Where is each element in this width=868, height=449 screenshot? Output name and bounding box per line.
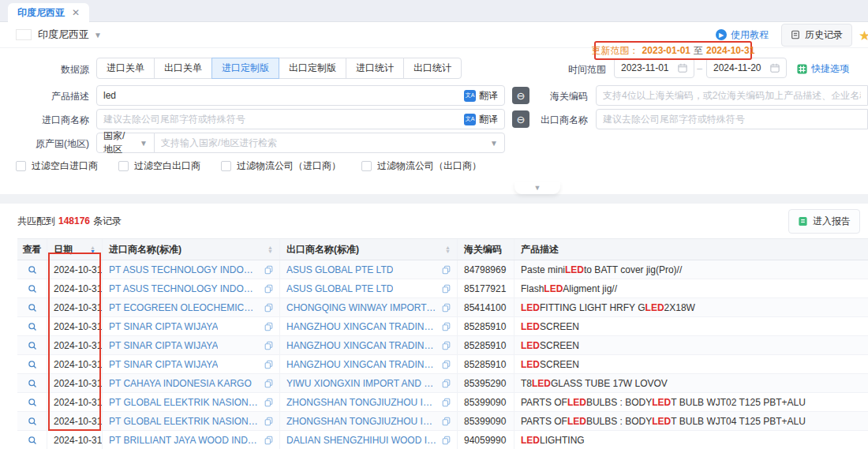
importer-link[interactable]: PT ASUS TECHNOLOGY INDONESIA BA...	[109, 264, 260, 275]
importer-link[interactable]: PT CAHAYA INDONESIA KARGO	[109, 378, 252, 389]
product-desc-value[interactable]	[103, 90, 464, 101]
importer-link[interactable]: PT GLOBAL ELEKTRIK NASIONAL	[109, 397, 260, 408]
copy-icon[interactable]	[437, 360, 451, 369]
hs-code-cell: 84798969	[458, 260, 514, 279]
product-desc-input[interactable]: 文A 翻译	[96, 85, 505, 106]
exporter-input[interactable]	[596, 109, 868, 129]
data-source-tab[interactable]: 出口统计	[403, 58, 462, 79]
copy-icon[interactable]	[260, 417, 273, 426]
data-source-tab[interactable]: 进口定制版	[211, 58, 279, 79]
copy-icon[interactable]	[437, 436, 451, 445]
date-start-value[interactable]	[621, 62, 678, 73]
copy-icon[interactable]	[260, 265, 273, 275]
filter-checkbox[interactable]: 过滤物流公司（出口商）	[361, 159, 481, 173]
checkbox-label: 过滤物流公司（出口商）	[377, 159, 481, 173]
importer-link[interactable]: PT ASUS TECHNOLOGY INDONESIA BA...	[109, 283, 260, 294]
copy-icon[interactable]	[260, 360, 273, 369]
exporter-link[interactable]: ASUS GLOBAL PTE LTD	[286, 264, 393, 275]
magnifier-icon[interactable]	[28, 265, 37, 275]
exporter-link[interactable]: ZHONGSHAN TONGJIUZHOU INTERNA...	[286, 416, 437, 427]
copy-icon[interactable]	[437, 265, 451, 275]
data-source-tab[interactable]: 进口统计	[346, 58, 404, 79]
checkbox-icon[interactable]	[16, 161, 26, 171]
date-end-input[interactable]	[706, 58, 787, 78]
copy-icon[interactable]	[260, 436, 273, 445]
importer-value[interactable]	[103, 114, 464, 125]
magnifier-icon[interactable]	[28, 303, 37, 312]
column-header[interactable]: 出口商名称(标准)▲▼	[280, 239, 458, 260]
filter-checkbox[interactable]: 过滤物流公司（进口商）	[221, 159, 341, 173]
magnifier-icon[interactable]	[28, 341, 37, 350]
copy-icon[interactable]	[437, 379, 451, 388]
importer-link[interactable]: PT SINAR CIPTA WIJAYA	[109, 340, 218, 351]
star-icon[interactable]: ★	[859, 28, 868, 44]
data-source-tab[interactable]: 出口关单	[154, 58, 212, 79]
filter-checkbox[interactable]: 过滤空白进口商	[16, 159, 98, 173]
exporter-link[interactable]: CHONGQING WINWAY IMPORT AND E...	[286, 302, 437, 313]
filter-checkbox[interactable]: 过滤空白出口商	[118, 159, 200, 173]
data-source-tab[interactable]: 出口定制版	[279, 58, 346, 79]
chevron-down-icon[interactable]: ▼	[94, 31, 102, 39]
copy-icon[interactable]	[260, 379, 273, 388]
origin-search-input[interactable]: ▼	[154, 133, 505, 153]
importer-input[interactable]: 文A 翻译	[96, 109, 505, 129]
exporter-link[interactable]: DALIAN SHENGZHIHUI WOOD INDUST...	[286, 435, 437, 446]
copy-icon[interactable]	[260, 284, 273, 294]
importer-link[interactable]: PT SINAR CIPTA WIJAYA	[109, 321, 218, 332]
hs-code-value[interactable]	[603, 90, 861, 101]
exclude-circle-icon[interactable]: ⊖	[512, 87, 529, 104]
sort-icon[interactable]: ▲▼	[85, 245, 95, 253]
tab-indonesia[interactable]: 印度尼西亚 ✕	[8, 3, 89, 22]
data-source-tab[interactable]: 进口关单	[96, 58, 155, 79]
copy-icon[interactable]	[437, 303, 451, 312]
collapse-panel-handle[interactable]: ▼	[514, 181, 560, 194]
importer-link[interactable]: PT BRILLIANT JAYA WOOD INDUSTRY	[109, 435, 260, 446]
exporter-link[interactable]: HANGZHOU XINGCAN TRADING CO LTD	[286, 359, 437, 370]
importer-link[interactable]: PT GLOBAL ELEKTRIK NASIONAL	[109, 416, 260, 427]
magnifier-icon[interactable]	[28, 436, 37, 445]
hs-code-input[interactable]	[596, 85, 868, 106]
enter-report-button[interactable]: 进入报告	[788, 209, 860, 234]
exporter-link[interactable]: HANGZHOU XINGCAN TRADING CO LTD	[286, 340, 437, 351]
origin-type-select[interactable]: 国家/地区 ▼	[96, 133, 155, 153]
copy-icon[interactable]	[260, 341, 273, 350]
magnifier-icon[interactable]	[28, 284, 37, 294]
copy-icon[interactable]	[437, 322, 451, 331]
tutorial-link[interactable]: ▶ 使用教程	[716, 28, 769, 42]
copy-icon[interactable]	[260, 303, 273, 312]
magnifier-icon[interactable]	[28, 322, 37, 331]
date-start-input[interactable]	[614, 58, 694, 78]
column-header[interactable]: 日期▲▼	[47, 239, 103, 260]
quick-options-link[interactable]: 快捷选项	[797, 62, 849, 76]
magnifier-icon[interactable]	[28, 417, 37, 426]
origin-search-value[interactable]	[161, 137, 485, 148]
checkbox-icon[interactable]	[361, 161, 372, 171]
exporter-value[interactable]	[603, 114, 861, 125]
date-end-value[interactable]	[713, 62, 770, 73]
importer-link[interactable]: PT SINAR CIPTA WIJAYA	[109, 359, 218, 370]
checkbox-icon[interactable]	[118, 161, 129, 171]
copy-icon[interactable]	[437, 417, 451, 426]
copy-icon[interactable]	[437, 398, 451, 407]
exporter-link[interactable]: YIWU XIONGXIN IMPORT AND EXPORT...	[286, 378, 437, 389]
exporter-link[interactable]: HANGZHOU XINGCAN TRADING CO LTD	[286, 321, 437, 332]
close-icon[interactable]: ✕	[72, 7, 80, 18]
translate-button[interactable]: 文A 翻译	[464, 113, 498, 126]
copy-icon[interactable]	[437, 284, 451, 294]
importer-link[interactable]: PT ECOGREEN OLEOCHEMICALS	[109, 302, 260, 313]
translate-button[interactable]: 文A 翻译	[464, 89, 498, 103]
copy-icon[interactable]	[437, 341, 451, 350]
exporter-link[interactable]: ZHONGSHAN TONGJIUZHOU INTERNA...	[286, 397, 437, 408]
exclude-circle-icon[interactable]: ⊖	[512, 110, 529, 128]
exporter-link[interactable]: ASUS GLOBAL PTE LTD	[286, 283, 393, 294]
history-button[interactable]: 历史记录	[781, 24, 852, 47]
sort-icon[interactable]: ▲▼	[263, 245, 273, 253]
checkbox-icon[interactable]	[221, 161, 231, 171]
magnifier-icon[interactable]	[28, 379, 37, 388]
sort-icon[interactable]: ▲▼	[440, 245, 451, 253]
magnifier-icon[interactable]	[28, 360, 37, 369]
copy-icon[interactable]	[260, 322, 273, 331]
column-header[interactable]: 进口商名称(标准)▲▼	[103, 239, 280, 260]
magnifier-icon[interactable]	[28, 398, 37, 407]
copy-icon[interactable]	[260, 398, 273, 407]
